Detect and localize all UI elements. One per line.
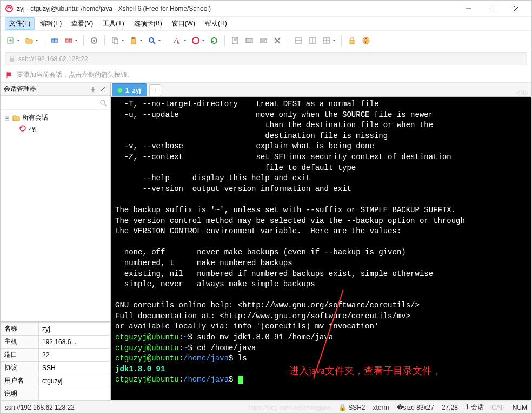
session-properties: 名称zyj 主机192.168.6... 端口22 协议SSH 用户名ctguz… xyxy=(1,321,110,400)
statusbar: ssh://192.168.62.128:22 https://blog.csd… xyxy=(1,400,531,413)
status-cursor-pos: 27,28 xyxy=(442,404,458,411)
svg-rect-40 xyxy=(10,58,14,62)
status-cap: CAP xyxy=(491,404,505,411)
open-button[interactable] xyxy=(23,35,35,47)
titlebar: zyj - ctguzyj@ubuntu: /home/java - Xshel… xyxy=(1,1,531,17)
tab-number: 1 xyxy=(125,87,129,94)
tree-root[interactable]: ⊟ 所有会话 xyxy=(4,112,107,123)
tab-label: zyj xyxy=(132,87,141,94)
svg-line-19 xyxy=(153,42,155,44)
window-title: zyj - ctguzyj@ubuntu: /home/java - Xshel… xyxy=(17,5,458,12)
tab-prev-button[interactable]: ◁ xyxy=(516,89,521,96)
infobar: 要添加当前会话，点击左侧的箭头按钮。 xyxy=(1,68,531,83)
prop-row: 说明 xyxy=(1,387,110,400)
transfer-button[interactable] xyxy=(243,35,255,47)
panel-grid-button[interactable] xyxy=(321,35,332,47)
folder-icon xyxy=(12,114,20,122)
close-button[interactable] xyxy=(506,1,527,16)
svg-text:a: a xyxy=(177,40,180,45)
session-tree: ⊟ 所有会话 zyj xyxy=(1,110,110,321)
prop-row: 名称zyj xyxy=(1,323,110,336)
menu-tools[interactable]: 工具(T) xyxy=(98,17,128,30)
status-sessions: 1 会话 xyxy=(466,403,484,412)
tab-next-button[interactable]: ▷ xyxy=(523,89,528,96)
panel-h-button[interactable] xyxy=(292,35,304,47)
paste-button[interactable] xyxy=(128,35,139,47)
tree-root-label: 所有会话 xyxy=(22,113,48,122)
lock-button[interactable] xyxy=(346,35,358,47)
svg-rect-11 xyxy=(69,39,72,42)
new-tab-button[interactable]: + xyxy=(149,84,161,96)
app-icon xyxy=(5,4,14,13)
disconnect-button[interactable] xyxy=(63,35,75,47)
session-icon xyxy=(19,124,26,132)
infobar-text: 要添加当前会话，点击左侧的箭头按钮。 xyxy=(17,70,134,80)
svg-point-22 xyxy=(192,37,199,44)
svg-line-44 xyxy=(104,104,107,106)
keyboard-button[interactable] xyxy=(257,35,269,47)
address-text: ssh://192.168.62.128:22 xyxy=(18,55,88,63)
watermark: https://blog.csdn.net/zhengjuan xyxy=(249,404,331,411)
prop-row: 协议SSH xyxy=(1,362,110,374)
toolbar: Aa ? xyxy=(1,31,531,50)
status-size: �size 83x27 xyxy=(397,404,434,411)
minimize-button[interactable] xyxy=(458,1,480,16)
prop-row: 端口22 xyxy=(1,349,110,362)
tree-session-label: zyj xyxy=(29,124,37,132)
lock-icon xyxy=(9,56,15,62)
copy-button[interactable] xyxy=(109,35,121,47)
new-session-button[interactable] xyxy=(5,35,17,47)
svg-point-0 xyxy=(6,5,12,12)
expand-icon[interactable]: ⊟ xyxy=(4,114,10,122)
search-icon xyxy=(99,99,107,107)
status-ssh: 🔒 SSH2 xyxy=(338,404,365,411)
menu-tabs[interactable]: 选项卡(B) xyxy=(130,17,167,30)
tab-nav: ◁ ▷ xyxy=(516,89,531,96)
svg-rect-17 xyxy=(132,37,135,39)
content-area: 1 zyj + ◁ ▷ -T, --no-target-directory tr… xyxy=(111,83,531,400)
menu-help[interactable]: 帮助(H) xyxy=(201,17,231,30)
menubar: 文件(F) 编辑(E) 查看(V) 工具(T) 选项卡(B) 窗口(W) 帮助(… xyxy=(1,17,531,31)
panel-v-button[interactable] xyxy=(307,35,318,47)
tree-session[interactable]: zyj xyxy=(4,123,107,133)
tab-bar: 1 zyj + ◁ ▷ xyxy=(111,83,531,97)
help-button[interactable]: ? xyxy=(360,35,372,47)
color-button[interactable] xyxy=(190,35,202,47)
terminal[interactable]: -T, --no-target-directory treat DEST as … xyxy=(111,97,531,400)
status-address: ssh://192.168.62.128:22 xyxy=(5,404,75,411)
tab-session[interactable]: 1 zyj xyxy=(112,83,147,96)
menu-edit[interactable]: 编辑(E) xyxy=(36,17,66,30)
prop-row: 用户名ctguzyj xyxy=(1,374,110,387)
pin-button[interactable] xyxy=(89,85,97,94)
addressbar: ssh://192.168.62.128:22 xyxy=(1,50,531,68)
maximize-button[interactable] xyxy=(482,1,503,16)
sidebar: 会话管理器 ⊟ 所有会话 zyj 名称zyj 主机192.168.6... xyxy=(1,83,111,400)
sidebar-title: 会话管理器 xyxy=(4,84,36,94)
svg-rect-15 xyxy=(114,39,118,44)
find-button[interactable] xyxy=(146,35,158,47)
properties-button[interactable] xyxy=(88,35,100,47)
svg-point-18 xyxy=(149,38,154,42)
refresh-button[interactable] xyxy=(208,35,220,47)
svg-point-13 xyxy=(93,40,95,42)
font-button[interactable]: Aa xyxy=(171,35,183,47)
menu-view[interactable]: 查看(V) xyxy=(67,17,97,30)
script-button[interactable] xyxy=(229,35,241,47)
close-pane-button[interactable] xyxy=(98,85,107,94)
svg-rect-26 xyxy=(246,38,252,43)
menu-window[interactable]: 窗口(W) xyxy=(168,17,200,30)
address-input[interactable]: ssh://192.168.62.128:22 xyxy=(5,52,527,65)
prop-row: 主机192.168.6... xyxy=(1,336,110,349)
sidebar-search xyxy=(1,96,110,110)
svg-point-43 xyxy=(101,100,105,104)
sidebar-title-bar: 会话管理器 xyxy=(1,83,110,96)
svg-text:?: ? xyxy=(364,38,368,44)
status-term: xterm xyxy=(373,404,389,411)
status-dot-icon xyxy=(118,88,122,93)
menu-file[interactable]: 文件(F) xyxy=(5,17,35,30)
xagent-button[interactable] xyxy=(271,35,283,47)
svg-rect-8 xyxy=(51,39,55,42)
search-input[interactable] xyxy=(4,99,99,107)
connect-button[interactable] xyxy=(49,35,61,47)
svg-rect-9 xyxy=(55,39,58,42)
